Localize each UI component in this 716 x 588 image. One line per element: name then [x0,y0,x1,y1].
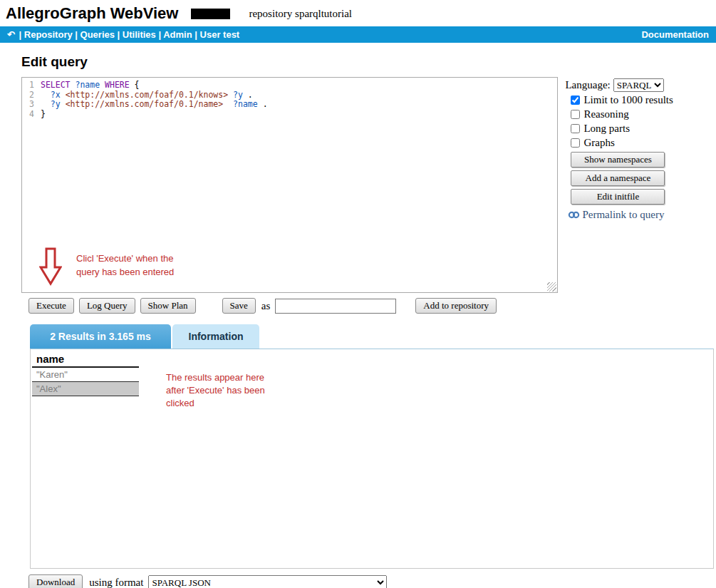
nav-items: | Repository | Queries | Utilities | Adm… [16,29,239,40]
line-number: 4 [22,110,41,120]
line-number: 2 [22,91,41,100]
nav-item-utilities[interactable]: Utilities [123,29,156,40]
results-table: name "Karen""Alex" [32,351,139,396]
annotation-line: The results appear here [166,371,265,384]
annotation-line: after 'Execute' has been [166,384,265,397]
code-token [223,99,233,109]
line-number: 1 [22,81,41,91]
code-token: ?y [51,99,61,109]
code-token: WHERE [105,80,130,90]
result-cell: "Alex" [32,382,139,396]
red-arrow-down-icon [39,247,62,286]
code-token [61,99,66,109]
annotation-line: query has been entered [76,265,174,279]
edit-initfile-button[interactable]: Edit initfile [571,189,665,205]
as-label: as [261,300,271,312]
code-token: . [258,99,268,109]
language-select[interactable]: SPARQL [613,78,664,92]
using-format-label: using format [89,577,143,588]
line-number: 3 [22,100,41,110]
language-label: Language: [565,79,610,91]
format-select[interactable]: SPARQL JSON [148,575,387,588]
code-token [41,99,51,109]
code-area: 1SELECT ?name WHERE {2 ?x <http://xmlns.… [22,81,557,119]
results-header-row: name [32,351,139,367]
code-token: ?y [233,90,243,100]
nav-item-user-test[interactable]: User test [200,29,240,40]
show-namespaces-button[interactable]: Show namespaces [571,152,665,167]
link-icon [568,210,580,220]
table-row: "Karen" [32,367,139,382]
line-content: ?y <http://xmlns.com/foaf/0.1/name> ?nam… [41,100,268,110]
redaction-bar [191,9,230,19]
code-token: ?name [233,99,258,109]
nav-left: ↶ | Repository | Queries | Utilities | A… [7,29,239,40]
limit-to-1000-results-checkbox[interactable] [571,96,580,105]
option-limit-to-1000-results: Limit to 1000 results [571,94,716,106]
code-token: <http://xmlns.com/foaf/0.1/knows> [66,90,228,100]
download-row: Download using format SPARQL JSON [28,574,716,588]
annotation-line: Clicl 'Execute' when the [76,252,174,265]
page-title: Edit query [21,54,716,70]
line-content: SELECT ?name WHERE { [41,81,140,91]
code-line: 4} [22,110,557,120]
annotation-line: clicked [166,397,265,410]
show-plan-button[interactable]: Show Plan [140,298,196,314]
option-graphs: Graphs [571,137,716,149]
save-name-input[interactable] [275,299,396,314]
editor-row: 1SELECT ?name WHERE {2 ?x <http://xmlns.… [21,77,716,293]
option-label: Graphs [583,137,614,148]
panel-buttons: Show namespacesAdd a namespaceEdit initf… [565,152,716,205]
code-token: { [130,80,140,90]
permalink-label: Permalink to query [582,209,664,221]
tab-2-results-in-3-165-ms[interactable]: 2 Results in 3.165 ms [30,324,171,349]
back-icon[interactable]: ↶ [7,29,15,40]
line-content: ?x <http://xmlns.com/foaf/0.1/knows> ?y … [41,91,253,100]
app-title: AllegroGraph WebView [6,4,178,22]
tab-information[interactable]: Information [172,324,259,349]
execute-annotation: Clicl 'Execute' when thequery has been e… [39,247,174,286]
save-button[interactable]: Save [222,298,256,314]
option-label: Limit to 1000 results [583,94,673,105]
code-line: 2 ?x <http://xmlns.com/foaf/0.1/knows> ?… [22,91,557,100]
permalink-link[interactable]: Permalink to query [568,209,716,221]
results-table-head: name [32,351,139,367]
download-button[interactable]: Download [28,574,83,588]
query-editor[interactable]: 1SELECT ?name WHERE {2 ?x <http://xmlns.… [21,77,558,293]
code-token: } [41,109,46,119]
nav-separator: | [192,29,200,40]
add-to-repository-button[interactable]: Add to repository [415,298,497,314]
option-reasoning: Reasoning [571,108,716,120]
resize-handle-icon[interactable] [547,282,556,292]
nav-separator: | [73,29,81,40]
code-token [61,90,66,100]
code-token [41,90,51,100]
header: AllegroGraph WebView repository sparqltu… [0,0,716,26]
code-token: ?name [75,80,100,90]
code-token: ?x [51,90,61,100]
reasoning-checkbox[interactable] [571,110,580,119]
results-note: The results appear hereafter 'Execute' h… [166,371,265,410]
code-line: 3 ?y <http://xmlns.com/foaf/0.1/name> ?n… [22,100,557,110]
table-row: "Alex" [32,382,139,396]
long-parts-checkbox[interactable] [571,124,580,133]
results-panel: name "Karen""Alex" The results appear he… [30,349,714,569]
nav-item-queries[interactable]: Queries [81,29,115,40]
code-token: . [243,90,253,100]
log-query-button[interactable]: Log Query [79,298,135,314]
nav-item-admin[interactable]: Admin [163,29,192,40]
toolbar: Execute Log Query Show Plan Save as Add … [28,298,716,314]
tabs: 2 Results in 3.165 msInformation [30,324,716,349]
results-column-header: name [32,351,139,367]
checkbox-list: Limit to 1000 resultsReasoningLong parts… [565,94,716,149]
content: Edit query 1SELECT ?name WHERE {2 ?x <ht… [0,54,716,588]
code-token [100,80,105,90]
graphs-checkbox[interactable] [571,138,580,148]
nav-item-documentation[interactable]: Documentation [641,29,709,40]
execute-button[interactable]: Execute [28,298,74,314]
language-row: Language:SPARQL [565,78,716,92]
add-a-namespace-button[interactable]: Add a namespace [571,170,665,186]
nav-separator: | [115,29,123,40]
execute-note: Clicl 'Execute' when thequery has been e… [76,252,174,286]
nav-item-repository[interactable]: Repository [24,29,73,40]
